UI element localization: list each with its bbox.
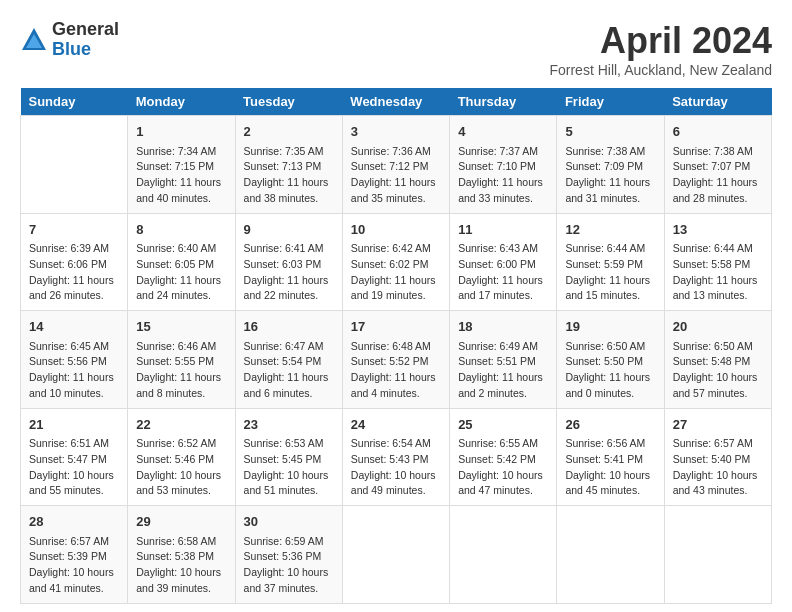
day-info: Sunrise: 6:58 AMSunset: 5:38 PMDaylight:… <box>136 534 226 597</box>
day-number: 24 <box>351 415 441 435</box>
title-section: April 2024 Forrest Hill, Auckland, New Z… <box>549 20 772 78</box>
calendar-cell: 23Sunrise: 6:53 AMSunset: 5:45 PMDayligh… <box>235 408 342 506</box>
day-number: 16 <box>244 317 334 337</box>
day-number: 10 <box>351 220 441 240</box>
day-info: Sunrise: 6:46 AMSunset: 5:55 PMDaylight:… <box>136 339 226 402</box>
calendar-cell: 4Sunrise: 7:37 AMSunset: 7:10 PMDaylight… <box>450 116 557 214</box>
day-number: 20 <box>673 317 763 337</box>
day-number: 4 <box>458 122 548 142</box>
calendar-table: Sunday Monday Tuesday Wednesday Thursday… <box>20 88 772 604</box>
day-number: 11 <box>458 220 548 240</box>
logo-icon <box>20 26 48 54</box>
week-row-3: 21Sunrise: 6:51 AMSunset: 5:47 PMDayligh… <box>21 408 772 506</box>
day-number: 8 <box>136 220 226 240</box>
calendar-cell: 11Sunrise: 6:43 AMSunset: 6:00 PMDayligh… <box>450 213 557 311</box>
calendar-cell: 17Sunrise: 6:48 AMSunset: 5:52 PMDayligh… <box>342 311 449 409</box>
day-number: 17 <box>351 317 441 337</box>
calendar-cell: 7Sunrise: 6:39 AMSunset: 6:06 PMDaylight… <box>21 213 128 311</box>
day-number: 2 <box>244 122 334 142</box>
day-number: 18 <box>458 317 548 337</box>
day-number: 15 <box>136 317 226 337</box>
day-info: Sunrise: 6:57 AMSunset: 5:39 PMDaylight:… <box>29 534 119 597</box>
calendar-cell <box>557 506 664 604</box>
calendar-cell: 6Sunrise: 7:38 AMSunset: 7:07 PMDaylight… <box>664 116 771 214</box>
header-saturday: Saturday <box>664 88 771 116</box>
day-number: 3 <box>351 122 441 142</box>
day-info: Sunrise: 6:40 AMSunset: 6:05 PMDaylight:… <box>136 241 226 304</box>
day-number: 27 <box>673 415 763 435</box>
calendar-cell: 22Sunrise: 6:52 AMSunset: 5:46 PMDayligh… <box>128 408 235 506</box>
day-info: Sunrise: 6:48 AMSunset: 5:52 PMDaylight:… <box>351 339 441 402</box>
logo-blue-text: Blue <box>52 40 119 60</box>
calendar-cell: 3Sunrise: 7:36 AMSunset: 7:12 PMDaylight… <box>342 116 449 214</box>
day-info: Sunrise: 6:56 AMSunset: 5:41 PMDaylight:… <box>565 436 655 499</box>
logo-text: General Blue <box>52 20 119 60</box>
day-info: Sunrise: 7:37 AMSunset: 7:10 PMDaylight:… <box>458 144 548 207</box>
day-number: 26 <box>565 415 655 435</box>
day-number: 14 <box>29 317 119 337</box>
calendar-cell: 13Sunrise: 6:44 AMSunset: 5:58 PMDayligh… <box>664 213 771 311</box>
day-info: Sunrise: 6:51 AMSunset: 5:47 PMDaylight:… <box>29 436 119 499</box>
day-number: 9 <box>244 220 334 240</box>
day-info: Sunrise: 6:43 AMSunset: 6:00 PMDaylight:… <box>458 241 548 304</box>
calendar-cell: 14Sunrise: 6:45 AMSunset: 5:56 PMDayligh… <box>21 311 128 409</box>
day-number: 1 <box>136 122 226 142</box>
day-number: 21 <box>29 415 119 435</box>
calendar-cell: 8Sunrise: 6:40 AMSunset: 6:05 PMDaylight… <box>128 213 235 311</box>
calendar-body: 1Sunrise: 7:34 AMSunset: 7:15 PMDaylight… <box>21 116 772 604</box>
calendar-cell: 27Sunrise: 6:57 AMSunset: 5:40 PMDayligh… <box>664 408 771 506</box>
calendar-header: Sunday Monday Tuesday Wednesday Thursday… <box>21 88 772 116</box>
day-info: Sunrise: 6:53 AMSunset: 5:45 PMDaylight:… <box>244 436 334 499</box>
day-info: Sunrise: 6:39 AMSunset: 6:06 PMDaylight:… <box>29 241 119 304</box>
day-info: Sunrise: 7:35 AMSunset: 7:13 PMDaylight:… <box>244 144 334 207</box>
day-number: 29 <box>136 512 226 532</box>
day-info: Sunrise: 6:44 AMSunset: 5:58 PMDaylight:… <box>673 241 763 304</box>
day-number: 30 <box>244 512 334 532</box>
day-info: Sunrise: 6:50 AMSunset: 5:50 PMDaylight:… <box>565 339 655 402</box>
week-row-2: 14Sunrise: 6:45 AMSunset: 5:56 PMDayligh… <box>21 311 772 409</box>
calendar-cell <box>342 506 449 604</box>
day-number: 7 <box>29 220 119 240</box>
day-number: 12 <box>565 220 655 240</box>
month-title: April 2024 <box>549 20 772 62</box>
day-info: Sunrise: 7:34 AMSunset: 7:15 PMDaylight:… <box>136 144 226 207</box>
calendar-cell: 19Sunrise: 6:50 AMSunset: 5:50 PMDayligh… <box>557 311 664 409</box>
page-header: General Blue April 2024 Forrest Hill, Au… <box>20 20 772 78</box>
header-wednesday: Wednesday <box>342 88 449 116</box>
calendar-cell: 2Sunrise: 7:35 AMSunset: 7:13 PMDaylight… <box>235 116 342 214</box>
header-friday: Friday <box>557 88 664 116</box>
week-row-4: 28Sunrise: 6:57 AMSunset: 5:39 PMDayligh… <box>21 506 772 604</box>
day-number: 23 <box>244 415 334 435</box>
day-info: Sunrise: 7:38 AMSunset: 7:09 PMDaylight:… <box>565 144 655 207</box>
calendar-cell <box>450 506 557 604</box>
calendar-cell: 9Sunrise: 6:41 AMSunset: 6:03 PMDaylight… <box>235 213 342 311</box>
day-info: Sunrise: 7:36 AMSunset: 7:12 PMDaylight:… <box>351 144 441 207</box>
day-info: Sunrise: 7:38 AMSunset: 7:07 PMDaylight:… <box>673 144 763 207</box>
day-number: 19 <box>565 317 655 337</box>
day-info: Sunrise: 6:52 AMSunset: 5:46 PMDaylight:… <box>136 436 226 499</box>
header-monday: Monday <box>128 88 235 116</box>
day-info: Sunrise: 6:42 AMSunset: 6:02 PMDaylight:… <box>351 241 441 304</box>
day-number: 13 <box>673 220 763 240</box>
calendar-cell: 5Sunrise: 7:38 AMSunset: 7:09 PMDaylight… <box>557 116 664 214</box>
day-info: Sunrise: 6:44 AMSunset: 5:59 PMDaylight:… <box>565 241 655 304</box>
calendar-cell: 30Sunrise: 6:59 AMSunset: 5:36 PMDayligh… <box>235 506 342 604</box>
header-sunday: Sunday <box>21 88 128 116</box>
day-info: Sunrise: 6:50 AMSunset: 5:48 PMDaylight:… <box>673 339 763 402</box>
week-row-1: 7Sunrise: 6:39 AMSunset: 6:06 PMDaylight… <box>21 213 772 311</box>
day-number: 6 <box>673 122 763 142</box>
day-info: Sunrise: 6:49 AMSunset: 5:51 PMDaylight:… <box>458 339 548 402</box>
calendar-cell: 21Sunrise: 6:51 AMSunset: 5:47 PMDayligh… <box>21 408 128 506</box>
day-info: Sunrise: 6:41 AMSunset: 6:03 PMDaylight:… <box>244 241 334 304</box>
calendar-cell <box>664 506 771 604</box>
day-info: Sunrise: 6:55 AMSunset: 5:42 PMDaylight:… <box>458 436 548 499</box>
calendar-cell: 1Sunrise: 7:34 AMSunset: 7:15 PMDaylight… <box>128 116 235 214</box>
calendar-cell: 25Sunrise: 6:55 AMSunset: 5:42 PMDayligh… <box>450 408 557 506</box>
day-info: Sunrise: 6:57 AMSunset: 5:40 PMDaylight:… <box>673 436 763 499</box>
location: Forrest Hill, Auckland, New Zealand <box>549 62 772 78</box>
calendar-cell: 26Sunrise: 6:56 AMSunset: 5:41 PMDayligh… <box>557 408 664 506</box>
calendar-cell: 10Sunrise: 6:42 AMSunset: 6:02 PMDayligh… <box>342 213 449 311</box>
header-row: Sunday Monday Tuesday Wednesday Thursday… <box>21 88 772 116</box>
logo: General Blue <box>20 20 119 60</box>
calendar-cell: 12Sunrise: 6:44 AMSunset: 5:59 PMDayligh… <box>557 213 664 311</box>
